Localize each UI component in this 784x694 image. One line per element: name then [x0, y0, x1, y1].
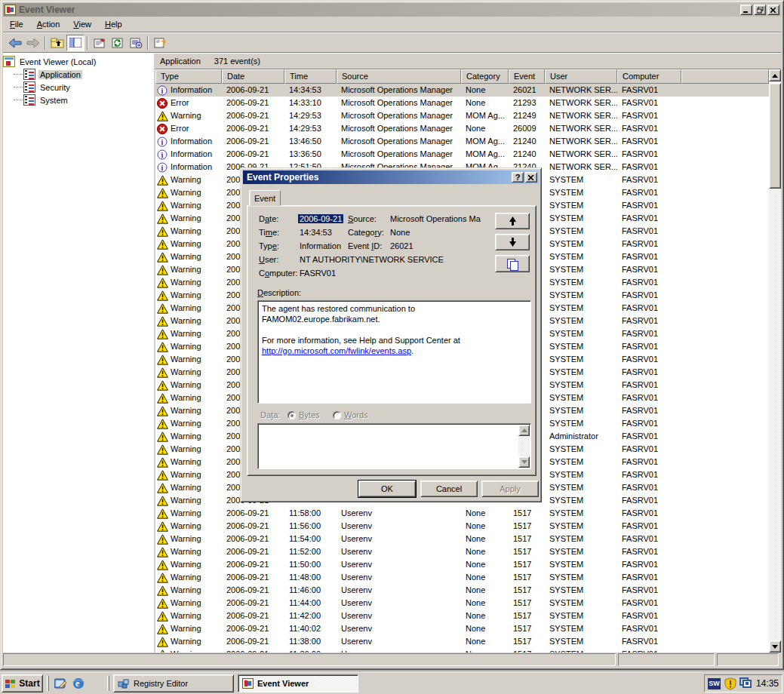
warning-icon [157, 585, 168, 596]
data-scroll-up-icon[interactable] [518, 425, 530, 436]
task-event-viewer[interactable]: Event Viewer [238, 674, 358, 692]
warning-icon [157, 534, 168, 545]
sidebar-item-application[interactable]: Application [3, 68, 154, 81]
tab-event[interactable]: Event [249, 190, 281, 206]
event-row[interactable]: Warning2006-09-2111:40:02UserenvNone1517… [155, 622, 769, 635]
taskbar-clock[interactable]: 14:35 [756, 678, 779, 689]
column-header-source[interactable]: Source [337, 69, 461, 84]
dialog-help-icon[interactable]: ? [512, 172, 524, 183]
help-icon[interactable]: ? [151, 35, 169, 51]
event-row[interactable]: Warning2006-09-2111:58:00UserenvNone1517… [155, 507, 769, 520]
close-button[interactable] [767, 5, 779, 15]
column-header-computer[interactable]: Computer [617, 69, 681, 84]
properties-icon[interactable] [91, 35, 109, 51]
scroll-down-icon[interactable] [769, 640, 781, 653]
user-label: User: [259, 255, 278, 264]
event-row[interactable]: Warning2006-09-2111:46:00UserenvNone1517… [155, 584, 769, 597]
bytes-radio[interactable]: Bytes [287, 410, 320, 419]
window-titlebar[interactable]: Event Viewer [3, 3, 781, 17]
event-row[interactable]: Warning2006-09-2111:42:00UserenvNone1517… [155, 610, 769, 622]
tree-root-event-viewer-local[interactable]: Event Viewer (Local) [3, 55, 154, 68]
events-help-link[interactable]: http://go.microsoft.com/fwlink/events.as… [262, 346, 411, 355]
category-value: None [390, 228, 410, 237]
list-column-headers: Type Date Time Source Category Event Use… [155, 69, 769, 84]
menu-file[interactable]: File [3, 17, 30, 31]
security-shield-icon[interactable] [724, 677, 737, 690]
bytes-radio-icon [287, 411, 296, 419]
description-box[interactable]: The agent has restored communication to … [257, 300, 531, 404]
warning-icon [157, 201, 168, 211]
dialog-titlebar[interactable]: Event Properties ? [243, 170, 539, 184]
warning-icon [157, 419, 168, 429]
event-id-label: Event ID: [348, 241, 382, 250]
cancel-button[interactable]: Cancel [420, 481, 478, 497]
internet-explorer-icon[interactable]: e [71, 677, 86, 690]
user-value: NT AUTHORITY\NETWORK SERVICE [300, 255, 444, 264]
minimize-button[interactable] [740, 5, 752, 15]
error-icon [157, 124, 168, 134]
restore-button[interactable] [754, 5, 766, 15]
scrollbar-thumb[interactable] [769, 83, 781, 189]
column-header-type[interactable]: Type [155, 69, 222, 84]
warning-icon [157, 380, 168, 391]
column-header-category[interactable]: Category [461, 69, 509, 84]
dialog-close-icon[interactable] [525, 172, 537, 183]
words-radio[interactable]: Words [333, 410, 368, 419]
scroll-up-icon[interactable] [769, 69, 781, 81]
warning-icon [157, 367, 168, 378]
show-hide-console-tree-icon[interactable] [66, 35, 85, 51]
start-button[interactable]: Start [2, 674, 43, 692]
refresh-icon[interactable] [109, 35, 127, 51]
source-label: Source: [348, 214, 377, 223]
taskbar-separator [107, 676, 109, 691]
sw-tray-icon[interactable]: SW [708, 678, 721, 689]
event-row[interactable]: Warning2006-09-2111:44:00UserenvNone1517… [155, 597, 769, 610]
sidebar-item-system[interactable]: System [3, 94, 154, 106]
data-scrollbar[interactable] [518, 425, 530, 468]
data-scroll-down-icon[interactable] [518, 456, 530, 468]
date-label: Date: [259, 214, 278, 223]
menu-action[interactable]: Action [30, 17, 67, 31]
vertical-scrollbar[interactable] [769, 69, 781, 653]
warning-icon [157, 226, 168, 237]
event-row[interactable]: Warning2006-09-2111:54:00UserenvNone1517… [155, 533, 769, 545]
event-row[interactable]: Error2006-09-2114:29:53Microsoft Operati… [155, 122, 769, 135]
event-row[interactable]: Warning2006-09-2111:48:00UserenvNone1517… [155, 571, 769, 584]
sidebar-item-security[interactable]: Security [3, 81, 154, 94]
warning-icon [157, 444, 168, 455]
vmware-tray-icon[interactable] [739, 677, 754, 689]
export-list-icon[interactable] [127, 35, 145, 51]
task-registry-editor[interactable]: Registry Editor [113, 674, 234, 692]
warning-icon [157, 355, 168, 365]
event-row[interactable]: iInformation2006-09-2113:36:50Microsoft … [155, 148, 769, 161]
back-icon[interactable] [6, 35, 24, 51]
menu-view[interactable]: View [66, 17, 98, 31]
event-row[interactable]: Error2006-09-2114:33:10Microsoft Operati… [155, 97, 769, 109]
show-desktop-icon[interactable] [53, 677, 68, 690]
up-one-level-icon[interactable] [48, 35, 66, 51]
previous-event-button[interactable] [495, 213, 530, 229]
warning-icon [157, 290, 168, 301]
warning-icon [157, 573, 168, 583]
event-row[interactable]: Warning2006-09-2111:50:00UserenvNone1517… [155, 558, 769, 571]
warning-icon [157, 393, 168, 404]
data-box[interactable] [257, 423, 531, 469]
description-line2: For more information, see Help and Suppo… [262, 335, 527, 345]
event-row[interactable]: Warning2006-09-2111:56:00UserenvNone1517… [155, 520, 769, 533]
apply-button[interactable]: Apply [481, 481, 539, 497]
column-header-user[interactable]: User [545, 69, 617, 84]
source-value: Microsoft Operations Ma [390, 214, 481, 223]
ok-button[interactable]: OK [358, 481, 416, 497]
event-row[interactable]: iInformation2006-09-2114:34:53Microsoft … [155, 84, 769, 97]
event-row[interactable]: Warning2006-09-2111:52:00UserenvNone1517… [155, 545, 769, 558]
warning-icon [157, 278, 168, 288]
copy-event-button[interactable] [495, 255, 530, 272]
column-header-time[interactable]: Time [284, 69, 337, 84]
column-header-event[interactable]: Event [509, 69, 545, 84]
event-row[interactable]: Warning2006-09-2111:38:00UserenvNone1517… [155, 635, 769, 648]
menu-help[interactable]: Help [98, 17, 129, 31]
column-header-date[interactable]: Date [222, 69, 284, 84]
event-row[interactable]: iInformation2006-09-2113:46:50Microsoft … [155, 135, 769, 148]
next-event-button[interactable] [495, 234, 530, 250]
event-row[interactable]: Warning2006-09-2114:29:53Microsoft Opera… [155, 109, 769, 122]
